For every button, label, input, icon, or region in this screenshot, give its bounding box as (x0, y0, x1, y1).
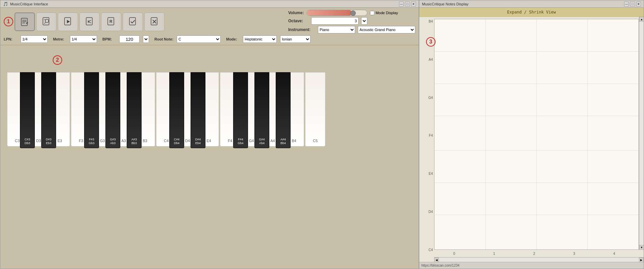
play-button[interactable] (58, 12, 78, 31)
notes-window: MusicCritique Notes Display — □ ✕ Expand… (419, 0, 644, 269)
notes-title-bar: MusicCritique Notes Display — □ ✕ (419, 0, 644, 8)
key-ds4[interactable]: D#4Eb4 (191, 72, 205, 148)
octave-label: Octave: (288, 19, 308, 23)
svg-line-6 (44, 22, 46, 24)
mode-section: Mode: HeptatonicPentatonic IonianDorianP… (226, 35, 311, 43)
scroll-right-btn[interactable]: ▶ (639, 258, 644, 262)
key-gs4[interactable]: G#4Ab4 (254, 72, 269, 148)
bpm-label: BPM: (102, 37, 116, 41)
back-button[interactable] (79, 12, 100, 31)
key-fs4[interactable]: F#4Gb4 (233, 72, 248, 148)
main-title-bar: 🎵 MusicCritique Interface — □ ✕ (0, 0, 419, 8)
notes-window-title: MusicCritique Notes Display (422, 2, 469, 6)
volume-fill (307, 10, 352, 16)
scroll-up-btn[interactable]: ▲ (639, 17, 644, 22)
svg-rect-14 (129, 18, 135, 25)
root-note-label: Root Note: (154, 37, 173, 41)
octave-input[interactable] (311, 17, 358, 25)
key-as4[interactable]: A#4Bb4 (276, 72, 291, 148)
piano-wrapper: C3 D3 E3 F3 G3 A3 B3 C4 D4 E4 F4 G4 A4 B… (7, 52, 325, 146)
main-window: 🎵 MusicCritique Interface — □ ✕ 1 (0, 0, 419, 269)
key-cs4[interactable]: C#4Db4 (169, 72, 184, 148)
key-cs3[interactable]: C#3Db3 (20, 72, 35, 148)
main-window-title: MusicCritique Interface (10, 2, 48, 6)
scroll-down-btn[interactable]: ▼ (639, 245, 644, 250)
piano-area: 2 C3 D3 E3 F3 G3 A3 B3 C4 D4 E4 F4 G4 A4… (0, 45, 419, 269)
octave-row: Octave: ▲▼ (288, 17, 367, 25)
close-button[interactable] (144, 12, 165, 31)
bpm-input[interactable] (119, 35, 140, 43)
chart-canvas (434, 19, 639, 250)
octave-spinner[interactable]: ▲▼ (361, 17, 367, 25)
root-note-select[interactable]: CDEFGAB (177, 35, 221, 43)
check-button[interactable] (123, 12, 143, 31)
v-scrollbar[interactable]: ▲ ▼ (639, 17, 644, 250)
mode-value-select[interactable]: IonianDorianPhrygianLydianMixolydianAeol… (280, 35, 311, 43)
notes-content: 3 B4 A4 G4 F4 E4 D4 C4 (419, 17, 644, 262)
toolbar-row1: 1 (4, 10, 415, 33)
title-bar-controls[interactable]: — □ ✕ (399, 2, 416, 6)
instrument-category-select[interactable]: Piano Guitar Strings (318, 26, 355, 33)
record-button[interactable]: R (101, 12, 121, 31)
circle-3: 3 (426, 37, 436, 47)
scroll-left-btn[interactable]: ◀ (434, 258, 439, 262)
mode-display-checkbox[interactable] (370, 11, 374, 15)
metre-label: Metre: (53, 37, 67, 41)
edit-button[interactable] (15, 12, 35, 31)
chart-wrapper: ▲ ▼ 0 1 2 3 4 ◀ ▶ (434, 17, 644, 262)
key-as3[interactable]: A#3Bb3 (127, 72, 142, 148)
x-axis-row: 0 1 2 3 4 (434, 250, 644, 257)
status-url: https://blisscan.com/1234 (421, 264, 460, 267)
notes-status-bar: https://blisscan.com/1234 (419, 262, 644, 269)
root-note-section: Root Note: CDEFGAB (154, 35, 221, 43)
svg-rect-4 (43, 18, 49, 25)
chart-svg (435, 19, 639, 249)
mode-label: Mode: (226, 37, 240, 41)
title-bar-left: 🎵 MusicCritique Interface (3, 2, 48, 6)
expand-shrink-header: Expand / Shrink View (419, 8, 644, 17)
maximize-btn[interactable]: □ (405, 2, 410, 6)
key-gs3[interactable]: G#3Ab3 (105, 72, 120, 148)
volume-label: Volume: (288, 10, 304, 15)
key-c5[interactable]: C5 (305, 72, 325, 146)
bpm-section: BPM: ▲ (102, 35, 149, 43)
close-main-btn[interactable]: ✕ (411, 2, 416, 6)
metre-select[interactable]: 1/41/81/161/2 (70, 35, 97, 43)
circle-2: 2 (53, 55, 62, 65)
scroll-track-h[interactable] (439, 258, 639, 262)
lpn-section: LPN: 1/41/81/161/2 (4, 35, 48, 43)
minimize-btn[interactable]: — (399, 2, 404, 6)
metre-section: Metre: 1/41/81/161/2 (53, 35, 97, 43)
svg-rect-0 (21, 18, 27, 26)
lpn-label: LPN: (4, 37, 17, 41)
lpn-select[interactable]: 1/41/81/161/2 (21, 35, 48, 43)
mode-display-label[interactable]: Mode Display (370, 11, 398, 15)
y-axis: B4 A4 G4 F4 E4 D4 C4 (419, 17, 434, 262)
instrument-label: Instrument: (288, 27, 315, 32)
instrument-specific-select[interactable]: Acoustic Grand Piano Bright Acoustic Pia… (358, 26, 415, 33)
notes-maximize-btn[interactable]: □ (630, 2, 635, 6)
h-scrollbar[interactable]: ◀ ▶ (434, 257, 644, 262)
notes-minimize-btn[interactable]: — (624, 2, 629, 6)
toolbar: 1 (0, 8, 419, 45)
volume-thumb[interactable] (350, 10, 356, 16)
svg-marker-9 (67, 20, 70, 23)
x-axis-labels: 0 1 2 3 4 (434, 250, 634, 257)
circle-1: 1 (4, 17, 13, 26)
chart-and-vscroll: ▲ ▼ (434, 17, 644, 250)
right-controls: Volume: Mode Display Octave: ▲▼ (288, 10, 415, 33)
toolbar-row2: LPN: 1/41/81/161/2 Metre: 1/41/81/161/2 … (4, 35, 311, 43)
search-button[interactable] (36, 12, 56, 31)
key-fs3[interactable]: F#3Gb3 (84, 72, 99, 148)
svg-text:R: R (109, 19, 113, 24)
x-axis-corner (634, 250, 639, 257)
key-ds3[interactable]: D#3Eb3 (41, 72, 56, 148)
scroll-track-v[interactable] (639, 22, 644, 245)
notes-close-btn[interactable]: ✕ (636, 2, 641, 6)
svg-point-5 (45, 19, 49, 23)
volume-slider-track[interactable] (306, 10, 367, 16)
app-icon: 🎵 (3, 2, 8, 6)
bpm-spinner[interactable]: ▲ (143, 35, 149, 43)
mode-type-select[interactable]: HeptatonicPentatonic (243, 35, 277, 43)
notes-title-controls[interactable]: — □ ✕ (624, 2, 641, 6)
